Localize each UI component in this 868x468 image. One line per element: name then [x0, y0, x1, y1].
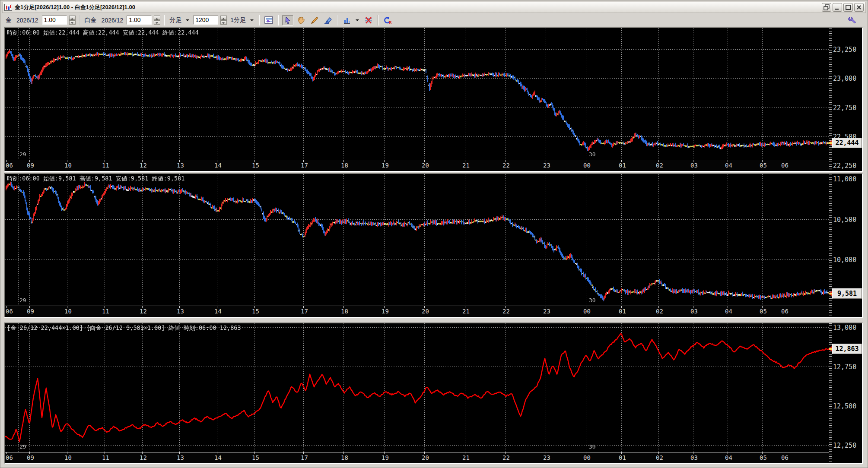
- x-axis-label: 01: [619, 454, 626, 461]
- x-axis-label: 23: [543, 454, 550, 461]
- cascade-icon: [823, 4, 830, 10]
- delete-chart-button[interactable]: [363, 15, 374, 25]
- x-axis-label: 20: [422, 308, 429, 315]
- chart-type-button[interactable]: [341, 15, 353, 25]
- x-axis-label: 23: [543, 308, 550, 315]
- x-axis-label: 11: [102, 308, 109, 315]
- x-axis-label: 11: [102, 162, 109, 169]
- platinum-symbol-label: 白金: [83, 16, 98, 24]
- spread-current-price-box: 12,863: [832, 344, 862, 354]
- x-axis-label: 15: [252, 162, 259, 169]
- cascade-button[interactable]: [822, 3, 831, 12]
- close-button[interactable]: [854, 3, 864, 12]
- settings-button[interactable]: [846, 15, 858, 25]
- x-axis-label: 01: [619, 308, 626, 315]
- spread-tick-ruler: [829, 323, 832, 463]
- x-axis-label: 05: [760, 308, 767, 315]
- x-axis-label: 10: [64, 308, 72, 315]
- timeframe-dropdown-arrow[interactable]: [249, 17, 255, 23]
- x-axis-label: 02: [656, 308, 663, 315]
- day-marker-30: 30: [589, 443, 596, 450]
- bar-count-spinner[interactable]: [220, 16, 227, 25]
- x-axis-label: 06: [781, 308, 789, 315]
- x-axis-label: 06: [6, 454, 13, 461]
- x-axis-label: 17: [301, 162, 308, 169]
- platinum-price-canvas[interactable]: [5, 174, 829, 306]
- x-axis-label: 14: [214, 308, 222, 315]
- gold-multiplier-spinner[interactable]: [69, 16, 76, 25]
- platinum-info-line: 時刻:06:00 始値:9,581 高値:9,581 安値:9,581 終値:9…: [7, 175, 184, 183]
- x-axis-label: 13: [177, 308, 184, 315]
- gold-plot-area: 時刻:06:00 始値:22,444 高値:22,444 安値:22,444 終…: [5, 28, 829, 160]
- x-axis-label: 19: [382, 308, 389, 315]
- hand-icon: [297, 16, 305, 24]
- day-marker-30: 30: [589, 297, 596, 304]
- x-axis-label: 09: [27, 308, 34, 315]
- gold-y-label: 22,750: [833, 104, 856, 112]
- x-axis-label: 09: [27, 454, 34, 461]
- x-axis-label: 13: [177, 162, 184, 169]
- pan-tool-button[interactable]: [296, 15, 307, 25]
- x-axis-label: 10: [64, 454, 72, 461]
- platinum-multiplier-input[interactable]: 1.00: [127, 16, 152, 25]
- x-axis-label: 19: [382, 454, 389, 461]
- draw-tool-button[interactable]: [309, 15, 320, 25]
- spread-chart-panel: [金 26/12 22,444×1.00]-[白金 26/12 9,581×1.…: [4, 323, 863, 464]
- x-axis-label: 22: [502, 454, 510, 461]
- x-axis-label: 02: [656, 162, 663, 169]
- spread-current-price-arrow: [828, 346, 832, 351]
- x-axis-label: 18: [341, 162, 348, 169]
- erase-tool-button[interactable]: [322, 15, 334, 25]
- x-axis-label: 22: [502, 162, 510, 169]
- spread-line-canvas[interactable]: [5, 323, 829, 452]
- interval-dropdown-arrow[interactable]: [185, 17, 191, 23]
- x-axis-label: 22: [502, 308, 510, 315]
- title-bar[interactable]: 金1分足[2026/12]1.00 - 白金1分足[2026/12]1.00: [2, 2, 866, 13]
- reload-button[interactable]: R: [382, 15, 393, 25]
- gold-y-label: 22,250: [833, 162, 856, 170]
- chart-type-dropdown-arrow[interactable]: [355, 17, 361, 23]
- x-axis-label: 05: [760, 162, 767, 169]
- gold-tick-ruler: [829, 28, 832, 171]
- gold-y-label: 23,250: [833, 46, 856, 54]
- x-axis-label: 04: [725, 162, 732, 169]
- x-axis-label: 18: [341, 308, 348, 315]
- gold-multiplier-input[interactable]: 1.00: [42, 16, 67, 25]
- bar-count-input[interactable]: 1200: [193, 16, 218, 25]
- platinum-multiplier-spinner[interactable]: [154, 16, 160, 25]
- x-axis-label: 04: [725, 308, 732, 315]
- gold-current-price-box: 22,444: [832, 138, 862, 148]
- maximize-button[interactable]: [843, 3, 853, 12]
- x-axis-label: 02: [656, 454, 663, 461]
- chart-settings-button[interactable]: [263, 15, 274, 25]
- x-axis-label: 01: [619, 162, 626, 169]
- platinum-chart-panel: 時刻:06:00 始値:9,581 高値:9,581 安値:9,581 終値:9…: [4, 173, 863, 318]
- x-axis-label: 11: [102, 454, 109, 461]
- x-axis-label: 00: [583, 162, 591, 169]
- x-axis-label: 21: [462, 162, 470, 169]
- chart-settings-icon: [264, 16, 273, 24]
- day-marker-29: 29: [19, 297, 26, 304]
- x-axis-label: 03: [690, 454, 698, 461]
- gold-price-canvas[interactable]: [5, 28, 829, 160]
- x-axis-label: 21: [462, 454, 470, 461]
- gold-info-line: 時刻:06:00 始値:22,444 高値:22,444 安値:22,444 終…: [7, 29, 199, 37]
- day-marker-30: 30: [589, 151, 596, 158]
- day-marker-29: 29: [19, 443, 26, 450]
- platinum-y-axis: 9,581 11,00010,50010,000: [832, 174, 862, 317]
- eraser-icon: [324, 16, 332, 24]
- x-axis-label: 06: [781, 162, 789, 169]
- x-axis-label: 12: [140, 308, 147, 315]
- x-axis-label: 12: [140, 454, 147, 461]
- timeframe-label: 1分足: [229, 16, 247, 24]
- wrench-icon: [848, 16, 856, 24]
- gold-symbol-label: 金: [4, 16, 13, 24]
- x-axis-label: 05: [760, 454, 767, 461]
- interval-type-label: 分足: [168, 16, 183, 24]
- platinum-y-label: 11,000: [833, 175, 856, 183]
- cursor-tool-button[interactable]: [282, 15, 293, 25]
- x-axis-label: 14: [214, 162, 222, 169]
- minimize-button[interactable]: [833, 3, 842, 12]
- x-axis-label: 23: [543, 162, 550, 169]
- close-icon: [856, 4, 862, 10]
